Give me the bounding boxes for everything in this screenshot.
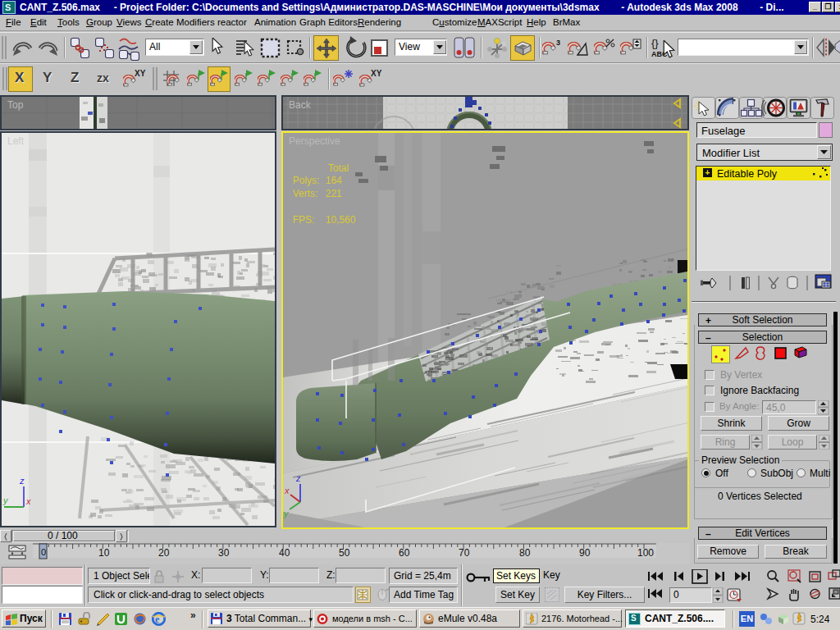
svg-text:100: 100 (637, 547, 654, 559)
svg-text:30: 30 (218, 547, 230, 559)
svg-text:Polys:: Polys: (293, 175, 320, 186)
svg-text:221: 221 (326, 188, 342, 199)
svg-text:Total: Total (328, 162, 349, 174)
svg-text:164: 164 (326, 175, 342, 186)
svg-text:z: z (295, 473, 301, 483)
svg-text:10: 10 (98, 547, 110, 559)
svg-text:FPS:: FPS: (293, 214, 315, 226)
svg-text:90: 90 (579, 547, 591, 559)
svg-text:10,560: 10,560 (326, 214, 356, 226)
svg-text:x: x (284, 486, 290, 495)
svg-text:3: 3 (556, 39, 560, 47)
svg-text:x: x (25, 496, 31, 506)
svg-text:z: z (19, 476, 25, 486)
svg-text:{}: {} (651, 37, 659, 49)
svg-text:Verts:: Verts: (293, 188, 318, 199)
svg-text:0: 0 (41, 547, 46, 557)
svg-text:70: 70 (459, 547, 470, 559)
svg-text:XY: XY (371, 69, 382, 78)
svg-text:80: 80 (519, 547, 531, 559)
svg-text:40: 40 (279, 547, 290, 559)
svg-text:50: 50 (339, 547, 350, 559)
svg-text:20: 20 (158, 547, 170, 559)
svg-text:60: 60 (399, 547, 410, 559)
svg-text:XY: XY (135, 69, 146, 78)
